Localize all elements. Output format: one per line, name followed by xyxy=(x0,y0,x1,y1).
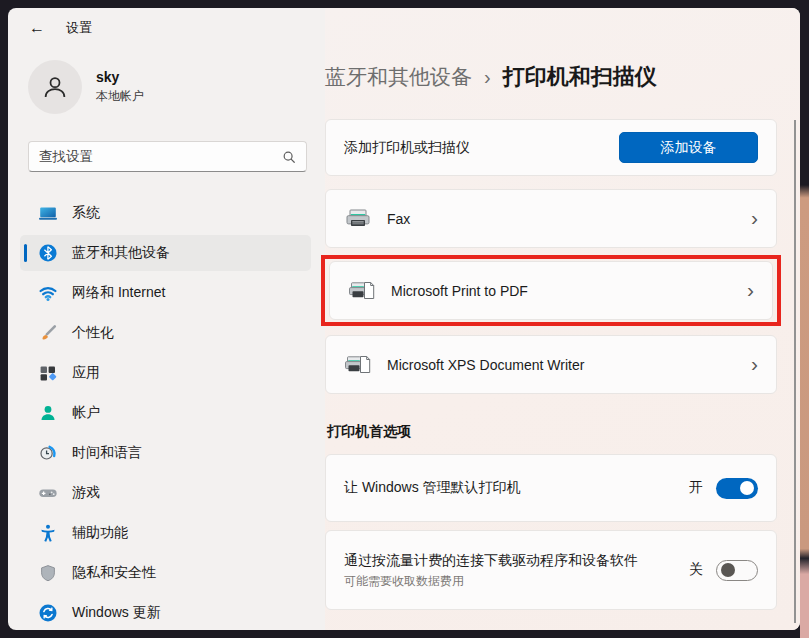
sidebar-item-time-language[interactable]: 时间和语言 xyxy=(20,435,311,471)
breadcrumb-parent[interactable]: 蓝牙和其他设备 xyxy=(325,63,472,91)
printer-page-icon xyxy=(344,353,374,377)
printer-name: Microsoft XPS Document Writer xyxy=(387,357,584,373)
accounts-icon xyxy=(38,403,58,423)
sidebar-item-label: 时间和语言 xyxy=(72,444,142,462)
vertical-scrollbar[interactable] xyxy=(794,120,796,623)
printer-row-microsoft-xps[interactable]: Microsoft XPS Document Writer › xyxy=(325,335,777,394)
user-name: sky xyxy=(96,69,144,85)
network-icon xyxy=(38,283,58,303)
toggle-label-block: 让 Windows 管理默认打印机 xyxy=(344,477,689,499)
sidebar-item-network[interactable]: 网络和 Internet xyxy=(20,275,311,311)
red-highlight-box: Microsoft Print to PDF › xyxy=(321,255,781,326)
add-device-button[interactable]: 添加设备 xyxy=(619,132,758,163)
search-icon xyxy=(282,150,296,164)
sidebar-item-label: 蓝牙和其他设备 xyxy=(72,244,170,262)
privacy-shield-icon xyxy=(38,563,58,583)
sidebar-item-windows-update[interactable]: Windows 更新 xyxy=(20,595,311,630)
breadcrumb-separator-icon: › xyxy=(484,66,491,89)
toggle-label: 让 Windows 管理默认打印机 xyxy=(344,477,679,499)
sidebar-item-system[interactable]: 系统 xyxy=(20,195,311,231)
apps-icon xyxy=(38,363,58,383)
sidebar-item-bluetooth-devices[interactable]: 蓝牙和其他设备 xyxy=(20,235,311,271)
settings-window: ← 设置 – □ ✕ sky 本地帐户 xyxy=(8,8,800,630)
gaming-icon xyxy=(38,483,58,503)
toggle-label-block: 通过按流量计费的连接下载驱动程序和设备软件 可能需要收取数据费用 xyxy=(344,550,689,591)
printer-row-fax[interactable]: Fax › xyxy=(325,189,777,248)
toggle-knob xyxy=(740,481,754,495)
page-title: 打印机和扫描仪 xyxy=(503,62,657,92)
accessibility-icon xyxy=(38,523,58,543)
breadcrumb: 蓝牙和其他设备 › 打印机和扫描仪 xyxy=(325,62,777,92)
printer-name: Microsoft Print to PDF xyxy=(391,283,528,299)
sidebar-item-label: 系统 xyxy=(72,204,100,222)
add-printer-card: 添加打印机或扫描仪 添加设备 xyxy=(325,119,777,176)
chevron-right-icon: › xyxy=(751,207,758,231)
chevron-right-icon: › xyxy=(751,353,758,377)
toggle-state-label: 开 xyxy=(689,479,703,497)
sidebar-nav: 系统 蓝牙和其他设备 xyxy=(20,195,311,630)
time-language-icon xyxy=(38,443,58,463)
sidebar-item-label: 游戏 xyxy=(72,484,100,502)
add-printer-label: 添加打印机或扫描仪 xyxy=(344,139,619,157)
sidebar-item-accounts[interactable]: 帐户 xyxy=(20,395,311,431)
user-icon xyxy=(40,72,70,102)
sidebar-item-accessibility[interactable]: 辅助功能 xyxy=(20,515,311,551)
sidebar-item-apps[interactable]: 应用 xyxy=(20,355,311,391)
search-input[interactable] xyxy=(39,149,282,164)
metered-download-toggle[interactable] xyxy=(716,560,758,581)
sidebar: sky 本地帐户 xyxy=(8,48,325,630)
personalization-icon xyxy=(38,323,58,343)
printer-preferences-heading: 打印机首选项 xyxy=(327,423,777,441)
toggle-label: 通过按流量计费的连接下载驱动程序和设备软件 xyxy=(344,550,679,572)
sidebar-item-label: 帐户 xyxy=(72,404,100,422)
back-button[interactable]: ← xyxy=(22,15,52,41)
printer-icon xyxy=(344,207,374,231)
sidebar-item-label: 个性化 xyxy=(72,324,114,342)
sidebar-item-label: 隐私和安全性 xyxy=(72,564,156,582)
back-icon: ← xyxy=(29,19,45,37)
search-box[interactable] xyxy=(28,141,307,172)
sidebar-item-label: 网络和 Internet xyxy=(72,284,165,302)
sidebar-item-privacy[interactable]: 隐私和安全性 xyxy=(20,555,311,591)
toggle-sublabel: 可能需要收取数据费用 xyxy=(344,573,679,590)
printer-name: Fax xyxy=(387,211,410,227)
toggle-group: 开 xyxy=(689,478,758,499)
sidebar-item-label: 应用 xyxy=(72,364,100,382)
system-icon xyxy=(38,203,58,223)
user-meta: sky 本地帐户 xyxy=(96,69,144,105)
printer-page-icon xyxy=(348,279,378,303)
printer-row-microsoft-print-to-pdf[interactable]: Microsoft Print to PDF › xyxy=(329,261,773,320)
toggle-group: 关 xyxy=(689,560,758,581)
metered-download-toggle-row: 通过按流量计费的连接下载驱动程序和设备软件 可能需要收取数据费用 关 xyxy=(325,530,777,610)
avatar xyxy=(28,60,82,114)
user-account-type: 本地帐户 xyxy=(96,88,144,105)
default-printer-toggle-row: 让 Windows 管理默认打印机 开 xyxy=(325,454,777,522)
sidebar-item-label: 辅助功能 xyxy=(72,524,128,542)
sidebar-item-personalization[interactable]: 个性化 xyxy=(20,315,311,351)
bluetooth-icon xyxy=(38,243,58,263)
sidebar-item-gaming[interactable]: 游戏 xyxy=(20,475,311,511)
desktop-background-strip xyxy=(800,0,809,638)
chevron-right-icon: › xyxy=(747,279,754,303)
main-content: 蓝牙和其他设备 › 打印机和扫描仪 添加打印机或扫描仪 添加设备 Fax › xyxy=(325,8,800,630)
toggle-knob xyxy=(721,563,735,577)
user-block[interactable]: sky 本地帐户 xyxy=(28,60,311,114)
app-title: 设置 xyxy=(66,19,92,37)
default-printer-toggle[interactable] xyxy=(716,478,758,499)
toggle-state-label: 关 xyxy=(689,561,703,579)
windows-update-icon xyxy=(38,603,58,623)
sidebar-item-label: Windows 更新 xyxy=(72,604,161,622)
